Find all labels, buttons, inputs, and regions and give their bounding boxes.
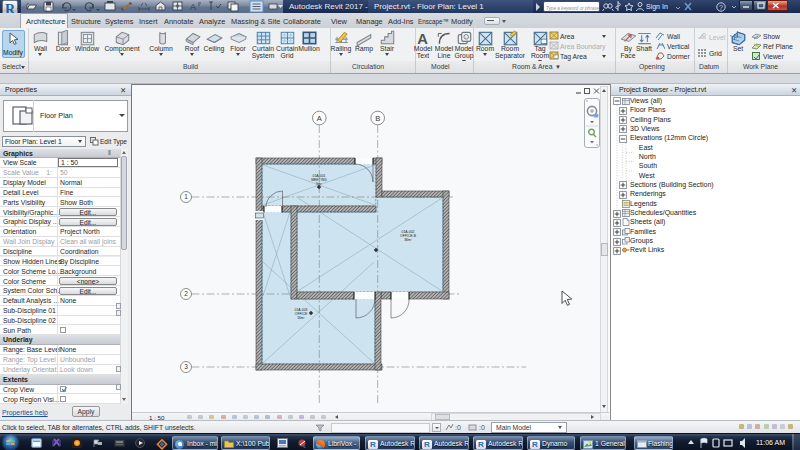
- svg-text:A: A: [190, 2, 196, 12]
- svg-text:36m²: 36m²: [404, 238, 413, 242]
- svg-text:9m²: 9m²: [316, 182, 323, 186]
- svg-text:3: 3: [184, 363, 188, 370]
- svg-text:1: 1: [184, 193, 188, 200]
- svg-text:?: ?: [719, 4, 723, 11]
- svg-text::0: :0: [455, 424, 461, 431]
- svg-text:Sign In: Sign In: [646, 3, 668, 11]
- svg-text:A: A: [417, 31, 428, 46]
- svg-text:A: A: [317, 114, 322, 123]
- svg-text:2: 2: [184, 290, 188, 297]
- svg-text::0: :0: [479, 424, 485, 431]
- svg-text:16m²: 16m²: [297, 316, 306, 320]
- svg-text:B: B: [375, 114, 380, 123]
